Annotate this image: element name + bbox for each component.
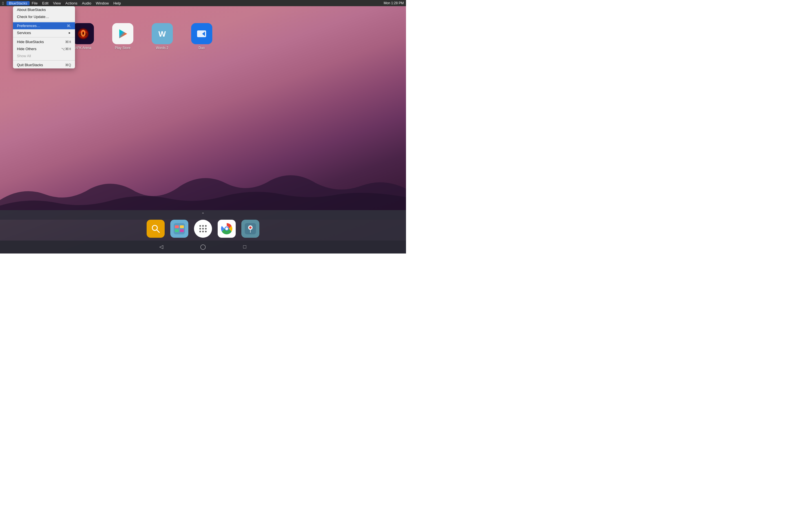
play-store-label: Play Store: [115, 46, 130, 50]
menu-preferences[interactable]: Preferences… ⌘,: [13, 22, 75, 29]
svg-line-12: [157, 230, 159, 232]
svg-point-30: [225, 227, 228, 230]
svg-rect-14: [175, 225, 179, 228]
app-words2[interactable]: W Words 2: [149, 23, 175, 50]
play-store-icon: [112, 23, 133, 44]
menu-separator-2: [13, 37, 75, 38]
dock-chrome-icon[interactable]: [218, 220, 236, 238]
services-arrow-icon: ►: [68, 31, 71, 34]
afk-arena-icon: [73, 23, 94, 44]
dock-photos-icon[interactable]: [170, 220, 188, 238]
svg-point-18: [199, 225, 201, 227]
afk-arena-label: AFK Arena: [75, 46, 91, 50]
dock-area: ⌃: [0, 210, 406, 253]
menu-hide-others[interactable]: Hide Others ⌥⌘H: [13, 45, 75, 52]
menu-check-update[interactable]: Check for Update…: [13, 13, 75, 20]
menu-services[interactable]: Services ►: [13, 29, 75, 36]
nav-home-button[interactable]: ◯: [199, 243, 207, 251]
menu-actions[interactable]: Actions: [63, 1, 80, 5]
svg-point-22: [202, 228, 204, 230]
dropdown-menu: About BlueStacks Check for Update… Prefe…: [13, 6, 75, 68]
words2-label: Words 2: [156, 46, 168, 50]
menu-audio[interactable]: Audio: [80, 1, 93, 5]
words2-icon: W: [152, 23, 173, 44]
svg-point-26: [205, 231, 207, 232]
svg-rect-16: [175, 229, 179, 232]
app-duo[interactable]: Duo: [189, 23, 214, 50]
menu-window[interactable]: Window: [94, 1, 111, 5]
svg-point-23: [205, 228, 207, 230]
svg-point-33: [249, 226, 252, 229]
svg-rect-17: [180, 229, 184, 232]
dock-apps-icon[interactable]: [194, 220, 212, 238]
svg-point-24: [199, 231, 201, 232]
menu-help[interactable]: Help: [111, 1, 123, 5]
dock-chevron[interactable]: ⌃: [0, 210, 406, 217]
menu-bluestacks[interactable]: BlueStacks: [6, 1, 29, 5]
app-icons-container: AFK Arena Play Store: [70, 23, 214, 50]
svg-marker-5: [119, 29, 127, 38]
svg-point-19: [202, 225, 204, 227]
menu-hide-bluestacks[interactable]: Hide BlueStacks ⌘H: [13, 38, 75, 45]
menubar-right: Mon 1:28 PM: [384, 1, 404, 5]
duo-label: Duo: [199, 46, 205, 50]
svg-point-20: [205, 225, 207, 227]
menu-quit[interactable]: Quit BlueStacks ⌘Q: [13, 61, 75, 68]
menubar-time: Mon 1:28 PM: [384, 1, 404, 5]
menu-separator-1: [13, 21, 75, 21]
svg-text:W: W: [158, 30, 166, 38]
svg-point-25: [202, 231, 204, 232]
duo-icon: [191, 23, 212, 44]
apple-menu-icon[interactable]: : [2, 1, 4, 6]
menu-separator-3: [13, 60, 75, 61]
app-play-store[interactable]: Play Store: [110, 23, 135, 50]
nav-back-button[interactable]: ◁: [157, 243, 165, 251]
svg-rect-15: [180, 225, 184, 228]
menu-file[interactable]: File: [30, 1, 40, 5]
menu-view[interactable]: View: [51, 1, 63, 5]
nav-bar: ◁ ◯ □: [0, 240, 406, 253]
menu-show-all: Show All: [13, 52, 75, 59]
svg-point-4: [83, 32, 84, 35]
svg-point-21: [199, 228, 201, 230]
dock-icons: [0, 217, 406, 240]
menu-about[interactable]: About BlueStacks: [13, 6, 75, 13]
dock-search-icon[interactable]: [147, 220, 165, 238]
dock-maps-icon[interactable]: [241, 220, 259, 238]
menu-edit[interactable]: Edit: [40, 1, 50, 5]
nav-recent-button[interactable]: □: [241, 243, 249, 251]
menubar:  BlueStacks File Edit View Actions Audi…: [0, 0, 406, 6]
svg-rect-13: [174, 223, 185, 234]
